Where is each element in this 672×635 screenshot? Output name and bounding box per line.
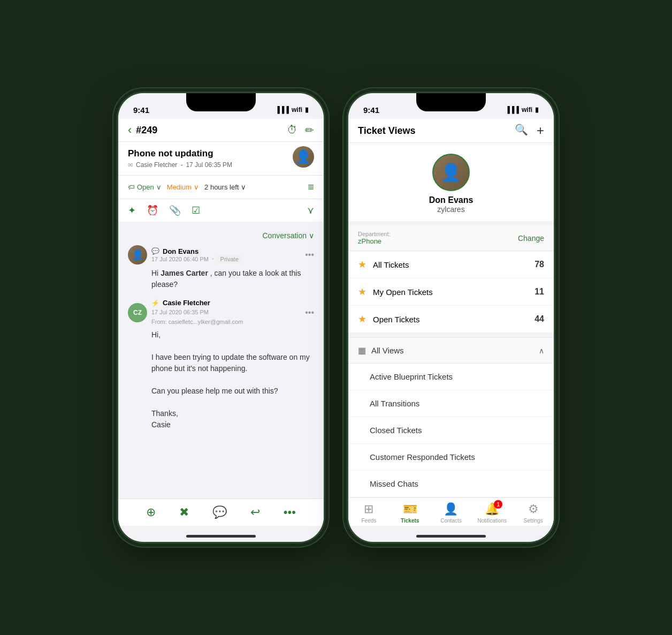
contacts-label: Contacts bbox=[440, 518, 461, 524]
attachment-icon[interactable]: 📎 bbox=[169, 205, 181, 216]
message-casie: CZ ⚡ Casie Fletcher 17 Jul 2020 06:35 PM bbox=[128, 299, 314, 430]
notification-count-badge: 1 bbox=[494, 500, 502, 509]
right-phone: 9:41 ▐▐▐ wifi ▮ Ticket Views 🔍 + 👤 bbox=[347, 92, 555, 543]
msg1-body: Hi James Carter , can you take a look at… bbox=[128, 268, 314, 290]
msg1-name-block: 💬 Don Evans 17 Jul 2020 06:40 PM • Priva… bbox=[151, 247, 301, 263]
ticket-status-row: 🏷 Open ∨ Medium ∨ 2 hours left ∨ ≡ bbox=[118, 176, 324, 199]
ticket-date: 17 Jul 06:35 PM bbox=[186, 161, 232, 169]
msg2-name-block: ⚡ Casie Fletcher 17 Jul 2020 06:35 PM Fr… bbox=[151, 299, 301, 326]
time-chevron: ∨ bbox=[241, 183, 246, 191]
notch-right bbox=[416, 93, 486, 111]
more-icon[interactable]: ••• bbox=[284, 505, 296, 519]
lightbulb-icon[interactable]: ✦ bbox=[128, 205, 136, 216]
back-button[interactable]: ‹ bbox=[128, 123, 132, 137]
right-nav-title: Ticket Views bbox=[358, 125, 415, 137]
msg1-chat-icon: 💬 bbox=[151, 247, 159, 255]
msg2-time-row: 17 Jul 2020 06:35 PM bbox=[151, 307, 301, 316]
msg2-body: Hi, I have been trying to update the sof… bbox=[128, 329, 314, 430]
ticket-meta: ✉ Casie Fletcher - 17 Jul 06:35 PM bbox=[128, 161, 314, 169]
msg2-time: 17 Jul 2020 06:35 PM bbox=[151, 309, 209, 315]
views-section: ▦ All Views ∧ Active Blueprint Tickets A… bbox=[348, 337, 554, 524]
tab-settings[interactable]: ⚙ Settings bbox=[513, 502, 554, 524]
view-item-blueprint[interactable]: Active Blueprint Tickets bbox=[348, 364, 554, 390]
phones-container: 9:41 ▐▐▐ wifi ▮ ‹ #249 ⏱ ✏ Phone not upd… bbox=[117, 92, 555, 543]
priority-badge[interactable]: Medium ∨ bbox=[167, 183, 199, 191]
ticket-title: Phone not updating bbox=[128, 148, 314, 159]
msg1-name: Don Evans bbox=[163, 247, 198, 255]
msg2-header: CZ ⚡ Casie Fletcher 17 Jul 2020 06:35 PM bbox=[128, 299, 314, 326]
nav-bar-left: ‹ #249 ⏱ ✏ bbox=[118, 119, 324, 142]
signal-icon: ▐▐▐ bbox=[275, 106, 289, 114]
profile-org: zylcares bbox=[437, 205, 464, 214]
star-my-open-icon: ★ bbox=[358, 286, 366, 298]
notifications-label: Notifications bbox=[478, 518, 507, 524]
conversation-label[interactable]: Conversation ∨ bbox=[128, 231, 314, 240]
search-icon[interactable]: 🔍 bbox=[515, 123, 528, 138]
add-icon[interactable]: + bbox=[537, 123, 544, 138]
signal-icon-r: ▐▐▐ bbox=[505, 106, 519, 114]
ticket-header: Phone not updating ✉ Casie Fletcher - 17… bbox=[118, 142, 324, 176]
timer-icon[interactable]: ⏱ bbox=[287, 124, 297, 137]
menu-icon[interactable]: ≡ bbox=[308, 181, 314, 193]
ticket-list: ★ All Tickets 78 ★ My Open Tickets 11 ★ … bbox=[348, 251, 554, 333]
status-time-left: 9:41 bbox=[133, 105, 149, 115]
msg2-name-row: ⚡ Casie Fletcher bbox=[151, 299, 301, 307]
feeds-icon: ⊞ bbox=[364, 502, 373, 516]
bottom-toolbar-left: ⊕ ✖ 💬 ↩ ••• bbox=[118, 498, 324, 526]
notifications-badge-wrapper: 🔔 1 bbox=[485, 502, 499, 516]
priority-label: Medium bbox=[167, 183, 192, 191]
ticket-item-my-open[interactable]: ★ My Open Tickets 11 bbox=[348, 278, 554, 306]
open-chevron: ∨ bbox=[156, 183, 162, 191]
tab-contacts[interactable]: 👤 Contacts bbox=[431, 502, 472, 524]
msg1-time: 17 Jul 2020 06:40 PM bbox=[151, 256, 209, 262]
message-don-evans: 👤 💬 Don Evans 17 Jul 2020 06:40 PM • Pri… bbox=[128, 245, 314, 290]
expand-icon[interactable]: ⋎ bbox=[307, 205, 314, 216]
home-indicator-left bbox=[186, 535, 256, 538]
views-header[interactable]: ▦ All Views ∧ bbox=[348, 337, 554, 364]
settings-icon: ⚙ bbox=[528, 502, 539, 516]
tickets-label: Tickets bbox=[401, 518, 419, 524]
view-item-customer-responded[interactable]: Customer Responded Tickets bbox=[348, 444, 554, 471]
clock-icon[interactable]: ⏰ bbox=[147, 205, 158, 216]
close-icon[interactable]: ✖ bbox=[179, 505, 189, 519]
tab-tickets[interactable]: 🎫 Tickets bbox=[390, 502, 431, 524]
ticket-item-all[interactable]: ★ All Tickets 78 bbox=[348, 251, 554, 278]
ticket-item-open-count: 44 bbox=[534, 314, 544, 324]
reply-icon[interactable]: ↩ bbox=[250, 505, 260, 519]
view-item-closed[interactable]: Closed Tickets bbox=[348, 417, 554, 444]
conversation-text: Conversation bbox=[263, 231, 307, 240]
ticket-item-all-label: All Tickets bbox=[373, 260, 534, 269]
view-item-transitions[interactable]: All Transitions bbox=[348, 390, 554, 417]
time-left-badge[interactable]: 2 hours left ∨ bbox=[204, 183, 246, 191]
home-indicator-right bbox=[416, 535, 486, 538]
edit-icon[interactable]: ✏ bbox=[305, 124, 314, 137]
change-dept-button[interactable]: Change bbox=[518, 234, 544, 243]
status-open-badge[interactable]: 🏷 Open ∨ bbox=[128, 183, 162, 191]
profile-avatar: 👤 bbox=[432, 154, 470, 191]
notch bbox=[186, 93, 256, 111]
assignee-name: Casie Fletcher bbox=[136, 161, 177, 169]
priority-chevron: ∨ bbox=[194, 183, 199, 191]
tab-notifications[interactable]: 🔔 1 Notifications bbox=[471, 502, 513, 524]
new-chat-icon[interactable]: 💬 bbox=[212, 505, 227, 519]
msg2-more-icon[interactable]: ••• bbox=[305, 308, 314, 318]
move-icon[interactable]: ⊕ bbox=[146, 505, 156, 519]
msg1-bold: James Carter bbox=[161, 269, 208, 277]
ticket-avatar: 👤 bbox=[293, 146, 314, 168]
ticket-item-open[interactable]: ★ Open Tickets 44 bbox=[348, 306, 554, 333]
msg2-from: From: casiefletc...ylker@gmail.com bbox=[151, 319, 243, 325]
msg2-bolt-icon: ⚡ bbox=[151, 299, 159, 307]
meta-dash: - bbox=[180, 161, 182, 169]
ticket-number: #249 bbox=[136, 125, 287, 136]
dept-label: Department: bbox=[358, 231, 391, 237]
view-item-missed-chats[interactable]: Missed Chats bbox=[348, 471, 554, 497]
checklist-icon[interactable]: ☑ bbox=[192, 205, 200, 216]
status-icons-left: ▐▐▐ wifi ▮ bbox=[275, 106, 309, 114]
tab-feeds[interactable]: ⊞ Feeds bbox=[348, 502, 390, 524]
status-time-right: 9:41 bbox=[363, 105, 379, 115]
msg1-private-tag: Private bbox=[217, 255, 242, 263]
msg1-more-icon[interactable]: ••• bbox=[305, 250, 314, 260]
msg2-from-row: From: casiefletc...ylker@gmail.com bbox=[151, 316, 301, 326]
msg2-avatar: CZ bbox=[128, 303, 147, 322]
messages-area: 👤 💬 Don Evans 17 Jul 2020 06:40 PM • Pri… bbox=[118, 245, 324, 449]
